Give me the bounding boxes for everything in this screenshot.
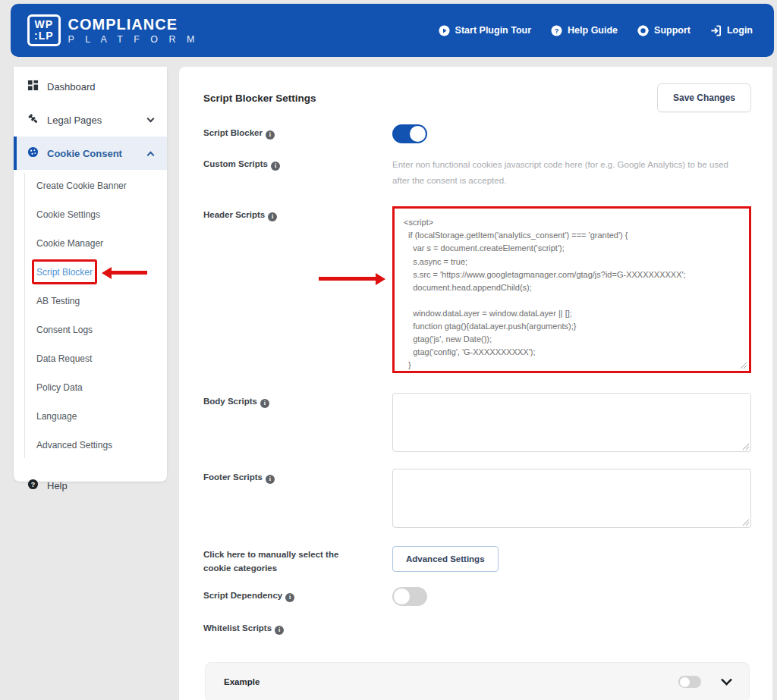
example-toggle[interactable]	[678, 676, 701, 688]
annotation-red-box: <script> if (localStorage.getItem('analy…	[392, 206, 751, 373]
submenu-item-create-cookie-banner[interactable]: Create Cookie Banner	[14, 171, 167, 200]
save-changes-button[interactable]: Save Changes	[657, 83, 751, 112]
login-icon	[710, 25, 722, 36]
info-icon[interactable]	[266, 475, 275, 484]
chevron-down-icon[interactable]	[721, 674, 733, 686]
info-icon[interactable]	[260, 399, 269, 408]
info-icon[interactable]	[266, 130, 275, 140]
nav-label: Start Plugin Tour	[455, 25, 531, 36]
sidebar-item-dashboard[interactable]: Dashboard	[14, 70, 167, 103]
cookie-categories-row: Click here to manually select the cookie…	[203, 546, 751, 575]
submenu-label: Consent Logs	[36, 325, 93, 335]
question-circle-icon: ?	[551, 25, 562, 36]
help-circle-icon: ?	[27, 479, 39, 492]
label-text: Script Dependency	[203, 591, 282, 600]
sidebar-item-label: Help	[47, 480, 68, 491]
header-scripts-textarea[interactable]: <script> if (localStorage.getItem('analy…	[395, 209, 749, 371]
chevron-down-icon	[147, 115, 155, 123]
custom-scripts-row: Custom Scripts Enter non functional cook…	[203, 155, 751, 188]
submenu-item-cookie-settings[interactable]: Cookie Settings	[14, 200, 167, 229]
nav-label: Help Guide	[568, 25, 618, 36]
wplp-logo-icon: WP :LP	[27, 14, 61, 47]
script-blocker-label: Script Blocker	[203, 124, 392, 140]
advanced-settings-button[interactable]: Advanced Settings	[392, 546, 499, 572]
script-dependency-row: Script Dependency	[203, 587, 751, 606]
top-header-bar: WP :LP COMPLIANCE P L A T F O R M Start …	[11, 4, 774, 57]
submenu-item-script-blocker[interactable]: Script Blocker	[14, 258, 167, 287]
submenu-label: Language	[36, 411, 77, 422]
annotation-red-arrow-right	[319, 277, 376, 281]
footer-scripts-textarea[interactable]	[392, 469, 751, 528]
submenu-label: Create Cookie Banner	[36, 180, 127, 191]
submenu-item-cookie-manager[interactable]: Cookie Manager	[14, 229, 167, 258]
script-blocker-toggle[interactable]	[392, 124, 427, 143]
label-text: Footer Scripts	[203, 472, 263, 482]
dashboard-icon	[27, 80, 39, 93]
submenu-item-advanced-settings[interactable]: Advanced Settings	[14, 431, 167, 460]
body-scripts-row: Body Scripts	[203, 393, 751, 452]
label-text: Whitelist Scripts	[203, 623, 272, 633]
submenu-item-data-request[interactable]: Data Request	[14, 344, 167, 373]
accordion-controls	[678, 676, 731, 688]
svg-text:?: ?	[555, 27, 559, 34]
submenu-label: Cookie Manager	[36, 238, 103, 249]
chevron-up-icon	[147, 151, 155, 159]
whitelist-scripts-row: Whitelist Scripts	[203, 620, 751, 635]
submenu-item-policy-data[interactable]: Policy Data	[14, 373, 167, 402]
login-link[interactable]: Login	[710, 25, 753, 36]
header-scripts-row: Header Scripts <script> if (localStorage…	[203, 206, 751, 373]
info-icon[interactable]	[275, 626, 284, 635]
footer-scripts-field	[392, 469, 751, 528]
submenu-item-consent-logs[interactable]: Consent Logs	[14, 315, 167, 344]
label-text: Header Scripts	[203, 210, 265, 219]
body-scripts-label: Body Scripts	[203, 393, 392, 408]
brand-subtitle: P L A T F O R M	[68, 35, 199, 45]
submenu-label: Cookie Settings	[36, 209, 100, 220]
sidebar-item-label: Cookie Consent	[47, 148, 122, 159]
custom-scripts-label: Custom Scripts	[203, 155, 392, 171]
submenu-label: Policy Data	[36, 382, 83, 393]
brand-title: COMPLIANCE	[68, 17, 199, 32]
label-text: Script Blocker	[203, 128, 263, 137]
header-nav: Start Plugin Tour ? Help Guide Support L…	[439, 25, 753, 36]
brand-logo: WP :LP COMPLIANCE P L A T F O R M	[27, 14, 199, 47]
sidebar-item-label: Legal Pages	[47, 115, 102, 126]
example-accordion-label: Example	[224, 677, 260, 686]
support-icon	[637, 25, 649, 36]
submenu-item-language[interactable]: Language	[14, 402, 167, 431]
submenu-item-ab-testing[interactable]: AB Testing	[14, 287, 167, 315]
submenu-label: Data Request	[36, 353, 92, 364]
gavel-icon	[27, 113, 39, 127]
start-plugin-tour-link[interactable]: Start Plugin Tour	[439, 25, 531, 36]
play-circle-icon	[439, 25, 450, 36]
logo-line1: WP	[34, 19, 54, 30]
help-guide-link[interactable]: ? Help Guide	[551, 25, 618, 36]
sidebar-item-legal-pages[interactable]: Legal Pages	[14, 103, 167, 137]
example-accordion[interactable]: Example	[205, 662, 750, 700]
header-scripts-label: Header Scripts	[203, 206, 392, 221]
brand-text: COMPLIANCE P L A T F O R M	[68, 17, 199, 45]
cookie-consent-submenu: Create Cookie Banner Cookie Settings Coo…	[14, 170, 167, 464]
nav-label: Login	[727, 25, 753, 36]
script-dependency-toggle[interactable]	[392, 587, 427, 606]
support-link[interactable]: Support	[637, 25, 690, 36]
sidebar-item-cookie-consent[interactable]: Cookie Consent	[14, 137, 167, 170]
submenu-label: Advanced Settings	[36, 440, 112, 450]
nav-label: Support	[654, 25, 690, 36]
custom-scripts-helper-text: Enter non functional cookies javascript …	[392, 155, 743, 188]
info-icon[interactable]	[271, 162, 280, 171]
sidebar-item-help[interactable]: ? Help	[14, 469, 167, 502]
svg-text:?: ?	[31, 481, 35, 488]
logo-line2: :LP	[34, 30, 54, 42]
body-scripts-textarea[interactable]	[392, 393, 751, 452]
script-blocker-row: Script Blocker	[203, 124, 751, 143]
whitelist-scripts-label: Whitelist Scripts	[203, 620, 392, 635]
main-content-card: Script Blocker Settings Save Changes Scr…	[179, 67, 772, 700]
script-dependency-label: Script Dependency	[203, 587, 392, 602]
sidebar: Dashboard Legal Pages Cookie Consent Cre…	[14, 67, 167, 482]
label-text: Body Scripts	[203, 397, 257, 406]
main-header-row: Script Blocker Settings Save Changes	[203, 83, 751, 112]
cookie-icon	[27, 146, 39, 160]
info-icon[interactable]	[285, 593, 294, 602]
info-icon[interactable]	[268, 212, 277, 221]
